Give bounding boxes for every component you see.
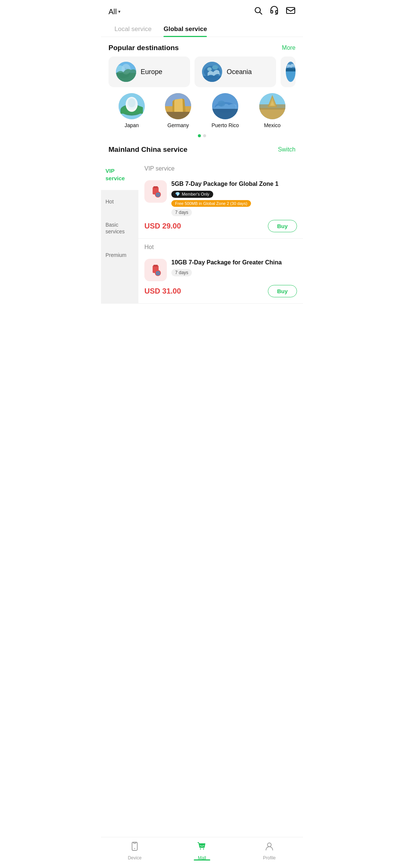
badge-days-1: 7 days [171, 209, 192, 216]
product-info-2: 10GB 7-Day Package for Greater China 7 d… [171, 259, 297, 276]
nav-profile[interactable]: Profile [236, 841, 303, 861]
product-icon-2: 🌐 [144, 259, 167, 281]
puertorico-label: Puerto Rico [212, 122, 239, 128]
tab-global[interactable]: Global service [157, 21, 213, 37]
mexico-label: Mexico [264, 122, 281, 128]
switch-button[interactable]: Switch [278, 146, 296, 153]
chevron-down-icon: ▾ [118, 9, 120, 14]
svg-point-11 [207, 67, 212, 71]
buy-button-1[interactable]: Buy [268, 220, 297, 232]
profile-icon [264, 841, 275, 854]
svg-point-46 [200, 849, 201, 850]
more-button[interactable]: More [282, 45, 296, 51]
dest-puertorico[interactable]: Puerto Rico [212, 93, 239, 128]
hot-group-label: Hot [138, 239, 303, 254]
vip-group-label: VIP service [138, 160, 303, 176]
dot-2[interactable] [203, 134, 206, 137]
dot-1[interactable] [198, 134, 201, 137]
mainland-title: Mainland China service [108, 145, 187, 154]
nav-device[interactable]: Device [101, 841, 168, 861]
product-price-row-1: USD 29.00 Buy [144, 216, 297, 232]
search-icon[interactable] [254, 6, 263, 17]
dest-japan[interactable]: Japan [119, 93, 145, 128]
dest-oceania[interactable]: Oceania [195, 56, 276, 87]
oceania-label: Oceania [227, 68, 252, 76]
mexico-image [259, 93, 285, 119]
svg-text:🌐: 🌐 [156, 271, 160, 276]
product-price-2: USD 31.00 [144, 287, 181, 295]
filter-label: All [108, 7, 117, 16]
dest-row1: Europe Oceania [101, 56, 303, 87]
product-name-1: 5GB 7-Day Package for Global Zone 1 [171, 180, 297, 188]
product-card-1: 🌐 5GB 7-Day Package for Global Zone 1 💎 … [138, 176, 303, 239]
japan-image [119, 93, 145, 119]
buy-button-2[interactable]: Buy [268, 285, 297, 297]
dest-mexico[interactable]: Mexico [259, 93, 285, 128]
product-info-1: 5GB 7-Day Package for Global Zone 1 💎 Me… [171, 180, 297, 216]
svg-point-12 [212, 65, 218, 70]
nav-profile-label: Profile [263, 855, 276, 861]
svg-point-20 [128, 98, 135, 107]
mail-icon[interactable] [286, 6, 296, 17]
dest-row2: Japan Germany Puerto Rico Mexico [101, 87, 303, 130]
svg-text:🌐: 🌐 [156, 192, 160, 197]
filter-dropdown[interactable]: All ▾ [108, 7, 120, 16]
sidebar-item-premium[interactable]: Premium [101, 243, 138, 267]
headset-icon[interactable] [269, 6, 279, 17]
sidebar-item-vip[interactable]: VIP service [101, 159, 138, 190]
product-price-1: USD 29.00 [144, 222, 181, 230]
svg-rect-2 [287, 7, 295, 13]
nav-device-label: Device [128, 855, 142, 861]
sidebar-item-hot[interactable]: Hot [101, 190, 138, 213]
dest-partial[interactable] [281, 56, 296, 87]
tab-local[interactable]: Local service [108, 21, 157, 37]
germany-label: Germany [168, 122, 189, 128]
product-icon-1: 🌐 [144, 180, 167, 203]
europe-label: Europe [141, 68, 162, 76]
svg-rect-26 [212, 109, 238, 119]
puertorico-image [212, 93, 238, 119]
svg-rect-36 [153, 186, 158, 188]
badge-member-1: 💎 Member's Only [171, 191, 213, 198]
svg-point-48 [267, 843, 271, 847]
nav-mall[interactable]: Mall [168, 841, 236, 861]
svg-rect-13 [202, 76, 222, 82]
japan-label: Japan [125, 122, 139, 128]
popular-title: Popular destinations [108, 44, 179, 52]
mainland-header: Mainland China service Switch [101, 139, 303, 159]
germany-image [165, 93, 191, 119]
oceania-image [202, 62, 222, 82]
popular-header: Popular destinations More [101, 37, 303, 56]
mall-icon [197, 841, 207, 854]
product-price-row-2: USD 31.00 Buy [144, 281, 297, 297]
header-icons [254, 6, 296, 17]
europe-image [116, 62, 136, 82]
device-icon [129, 841, 140, 854]
dest-europe[interactable]: Europe [108, 56, 190, 87]
product-top-1: 🌐 5GB 7-Day Package for Global Zone 1 💎 … [144, 180, 297, 216]
svg-point-47 [203, 849, 204, 850]
svg-rect-29 [259, 108, 285, 119]
dest-germany[interactable]: Germany [165, 93, 191, 128]
svg-rect-23 [165, 112, 191, 119]
header: All ▾ [101, 0, 303, 21]
bottom-navigation: Device Mall Profile [101, 837, 303, 868]
svg-rect-41 [153, 265, 158, 267]
svg-point-27 [218, 101, 225, 107]
category-sidebar: VIP service Hot Basic services Premium [101, 159, 138, 304]
badge-days-2: 7 days [171, 269, 192, 276]
carousel-dots [101, 130, 303, 139]
product-top-2: 🌐 10GB 7-Day Package for Greater China 7… [144, 259, 297, 281]
main-tabs: Local service Global service [101, 21, 303, 37]
product-card-2: 🌐 10GB 7-Day Package for Greater China 7… [138, 254, 303, 304]
sidebar-item-basic[interactable]: Basic services [101, 213, 138, 243]
svg-rect-15 [286, 68, 296, 71]
product-name-2: 10GB 7-Day Package for Greater China [171, 259, 297, 267]
products-panel: ALL 5G 4G VIP service 🌐 5GB 7-Da [138, 159, 303, 304]
svg-line-1 [260, 12, 262, 15]
badge-promo-1: Free 500MB in Global Zone 2 (30 days) [171, 200, 251, 207]
